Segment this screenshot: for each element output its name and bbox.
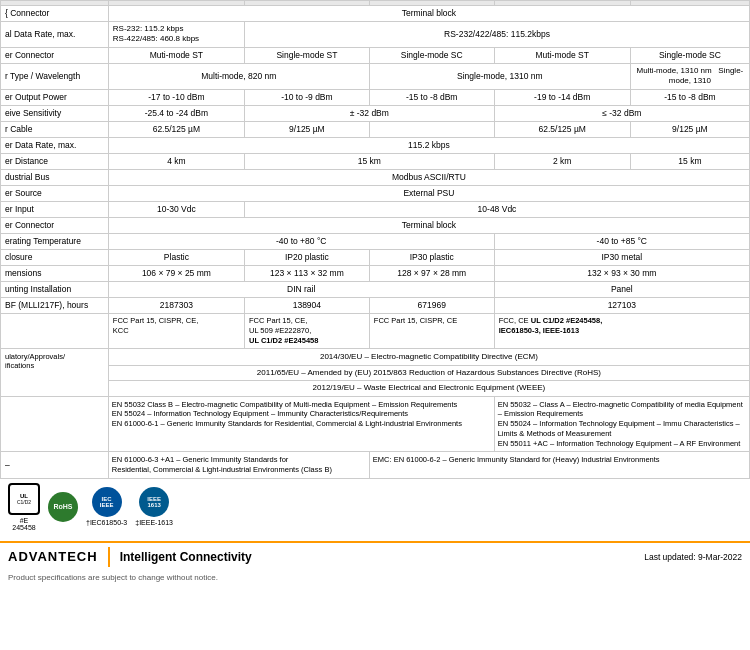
table-row: { Connector Terminal block — [1, 6, 750, 22]
cert-col3: FCC Part 15, CISPR, CE — [369, 314, 494, 348]
row-label-fiberdist: er Distance — [1, 153, 109, 169]
mounting-col1: DIN rail — [108, 282, 494, 298]
row-label-fiberconn: er Connector — [1, 47, 109, 63]
fiberdist-col4: 15 km — [630, 153, 749, 169]
outputpwr-col4: -19 to -14 dBm — [494, 89, 630, 105]
fiberdist-col2: 15 km — [244, 153, 494, 169]
fiberdatarate-val: 115.2 kbps — [108, 137, 749, 153]
pwrinput-col2: 10-48 Vdc — [244, 201, 749, 217]
datarate-col1: RS-232: 115.2 kbpsRS-422/485: 460.8 kbps — [108, 22, 244, 48]
fiberdist-col3: 2 km — [494, 153, 630, 169]
cable-col3 — [369, 121, 494, 137]
rxsens-col2: ± -32 dBm — [244, 105, 494, 121]
iec-cert-icon: IECIEEE †IEC61850-3 — [86, 487, 127, 526]
iec-cert-label: †IEC61850-3 — [86, 519, 127, 526]
ieee1613-cert-icon: IEEE1613 ‡IEEE-1613 — [135, 487, 173, 526]
table-row-extra-standards: – EN 61000-6-3 +A1 – Generic Immunity St… — [1, 452, 750, 479]
ieee1613-icon-text: IEEE1613 — [147, 496, 161, 508]
dims-col3: 128 × 97 × 28 mm — [369, 266, 494, 282]
dims-col2: 123 × 113 × 32 mm — [244, 266, 369, 282]
fiberconn-col5: Single-mode SC — [630, 47, 749, 63]
row-label-optemp: erating Temperature — [1, 234, 109, 250]
pwrinput-col1: 10-30 Vdc — [108, 201, 244, 217]
optemp-col1: -40 to +80 °C — [108, 234, 494, 250]
outputpwr-col3: -15 to -8 dBm — [369, 89, 494, 105]
rohs-cert-icon: RoHS — [48, 492, 78, 522]
cert-col2: FCC Part 15, CE,UL 509 #E222870,UL C1/D2… — [244, 314, 369, 348]
mtbf-col1: 2187303 — [108, 298, 244, 314]
fiberdist-col1: 4 km — [108, 153, 244, 169]
table-row: er Source External PSU — [1, 185, 750, 201]
standards-left: EN 55032 Class B – Electro-magnetic Comp… — [108, 396, 494, 452]
table-row: closure Plastic IP20 plastic IP30 plasti… — [1, 250, 750, 266]
table-row: al Data Rate, max. RS-232: 115.2 kbpsRS-… — [1, 22, 750, 48]
mtbf-col3: 671969 — [369, 298, 494, 314]
row-label-pwrconn: er Connector — [1, 218, 109, 234]
brand-tagline: Intelligent Connectivity — [120, 550, 252, 564]
standards-right: EN 55032 – Class A – Electro-magnetic Co… — [494, 396, 749, 452]
enclosure-col1: Plastic — [108, 250, 244, 266]
row-label-outputpwr: er Output Power — [1, 89, 109, 105]
row-label-cert — [1, 314, 109, 348]
ul-cert-label: #E245458 — [12, 517, 35, 531]
enclosure-col3: IP30 plastic — [369, 250, 494, 266]
row-label-extra: – — [1, 452, 109, 479]
table-row: er Data Rate, max. 115.2 kbps — [1, 137, 750, 153]
directive-rohs: 2011/65/EU – Amended by (EU) 2015/863 Re… — [108, 365, 749, 380]
specs-table: { Connector Terminal block al Data Rate,… — [0, 0, 750, 479]
table-row: er Distance 4 km 15 km 2 km 15 km — [1, 153, 750, 169]
fibertype-col1: Multi-mode, 820 nm — [108, 63, 369, 89]
fiberconn-col4: Muti-mode ST — [494, 47, 630, 63]
brand-logo-area: ADVANTECH Intelligent Connectivity — [8, 547, 252, 567]
optemp-col2: -40 to +85 °C — [494, 234, 749, 250]
row-label-mounting: unting Installation — [1, 282, 109, 298]
row-label-cable: r Cable — [1, 121, 109, 137]
outputpwr-col1: -17 to -10 dBm — [108, 89, 244, 105]
brand-divider-line — [108, 547, 110, 567]
mtbf-col2: 138904 — [244, 298, 369, 314]
connector-value: Terminal block — [108, 6, 749, 22]
row-label-mtbf: BF (MLLI217F), hours — [1, 298, 109, 314]
row-label-pwrinput: er Input — [1, 201, 109, 217]
dims-col4: 132 × 93 × 30 mm — [494, 266, 749, 282]
fiberconn-col2: Single-mode ST — [244, 47, 369, 63]
table-row: BF (MLLI217F), hours 2187303 138904 6719… — [1, 298, 750, 314]
extra-standards-left: EN 61000-6-3 +A1 – Generic Immunity Stan… — [108, 452, 369, 479]
rohs-icon-text: RoHS — [53, 503, 72, 510]
cable-col1: 62.5/125 µM — [108, 121, 244, 137]
enclosure-col2: IP20 plastic — [244, 250, 369, 266]
directive-weee: 2012/19/EU – Waste Electrical and Electr… — [108, 381, 749, 396]
rxsens-col1: -25.4 to -24 dBm — [108, 105, 244, 121]
row-label-fiberdatarate: er Data Rate, max. — [1, 137, 109, 153]
fibertype-col3: Multi-mode, 1310 nm Single-mode, 1310 — [630, 63, 749, 89]
enclosure-col4: IP30 metal — [494, 250, 749, 266]
ieee1613-badge: IEEE1613 — [139, 487, 169, 517]
row-label-rxsens: eive Sensitivity — [1, 105, 109, 121]
table-row: FCC Part 15, CISPR, CE,KCC FCC Part 15, … — [1, 314, 750, 348]
table-row: er Connector Muti-mode ST Single-mode ST… — [1, 47, 750, 63]
ieee1613-cert-label: ‡IEEE-1613 — [135, 519, 173, 526]
fiberconn-col1: Muti-mode ST — [108, 47, 244, 63]
ul-icon-sub1: C1/D2 — [17, 499, 31, 505]
row-label-indbus: dustrial Bus — [1, 169, 109, 185]
cert-col4: FCC, CE UL C1/D2 #E245458,IEC61850-3, IE… — [494, 314, 749, 348]
pwrconn-val: Terminal block — [108, 218, 749, 234]
table-row: erating Temperature -40 to +80 °C -40 to… — [1, 234, 750, 250]
table-row-regulatory: ulatory/Approvals/ifications 2014/30/EU … — [1, 348, 750, 365]
table-row: eive Sensitivity -25.4 to -24 dBm ± -32 … — [1, 105, 750, 121]
outputpwr-col2: -10 to -9 dBm — [244, 89, 369, 105]
datarate-col2: RS-232/422/485: 115.2kbps — [244, 22, 749, 48]
row-label-pwrsrc: er Source — [1, 185, 109, 201]
row-label-connector: { Connector — [1, 6, 109, 22]
cable-col4: 62.5/125 µM — [494, 121, 630, 137]
table-row: er Input 10-30 Vdc 10-48 Vdc — [1, 201, 750, 217]
cert-col1: FCC Part 15, CISPR, CE,KCC — [108, 314, 244, 348]
last-updated: Last updated: 9-Mar-2022 — [644, 552, 742, 562]
table-row: er Output Power -17 to -10 dBm -10 to -9… — [1, 89, 750, 105]
extra-standards-right: EMC: EN 61000-6-2 – Generic Immunity Sta… — [369, 452, 749, 479]
row-label-enclosure: closure — [1, 250, 109, 266]
cert-icons-row: UL C1/D2 #E245458 RoHS IECIEEE †IEC61850… — [0, 479, 750, 535]
outputpwr-col5: -15 to -8 dBm — [630, 89, 749, 105]
table-row: 2011/65/EU – Amended by (EU) 2015/863 Re… — [1, 365, 750, 380]
row-label-standards — [1, 396, 109, 452]
